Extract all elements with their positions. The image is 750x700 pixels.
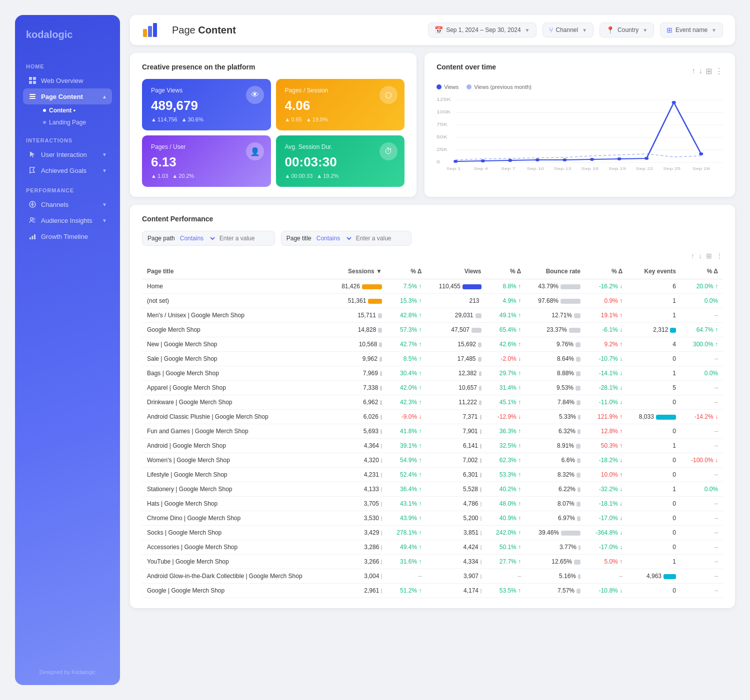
table-row[interactable]: Women's | Google Merch Shop4,32054.9% ↑7… xyxy=(142,453,723,468)
metric-sub-pct: ▲ 19.0% xyxy=(306,116,328,122)
export-icon[interactable]: ⊞ xyxy=(706,252,712,260)
page-path-filter[interactable]: Page path Contains Equals Starts with xyxy=(142,231,275,246)
svg-point-8 xyxy=(30,218,33,220)
table-cell: Android Classic Plushie | Google Merch S… xyxy=(142,410,330,424)
table-cell: 6.97% xyxy=(526,511,586,526)
export-icon[interactable]: ⊞ xyxy=(706,66,712,76)
table-cell: 53.5% ↑ xyxy=(486,584,526,598)
table-row[interactable]: Accessories | Google Merch Shop3,28649.4… xyxy=(142,540,723,555)
table-cell: 12.8% ↑ xyxy=(586,424,628,439)
table-cell: 42.7% ↑ xyxy=(387,337,427,352)
col-key-events[interactable]: Key events xyxy=(628,264,681,279)
table-cell: 8.32% xyxy=(526,468,586,482)
table-row[interactable]: Home81,4267.5% ↑110,4558.8% ↑43.79%-16.2… xyxy=(142,279,723,294)
table-row[interactable]: Android Classic Plushie | Google Merch S… xyxy=(142,410,723,424)
cursor-icon xyxy=(28,150,37,159)
table-cell: 242.0% ↑ xyxy=(486,526,526,540)
table-row[interactable]: Socks | Google Merch Shop3,429278.1% ↑3,… xyxy=(142,526,723,540)
date-filter[interactable]: 📅 Sep 1, 2024 – Sep 30, 2024 ▼ xyxy=(428,22,536,37)
arrow-up-icon[interactable]: ↑ xyxy=(692,66,696,76)
sidebar-item-page-content[interactable]: Page Content ▲ xyxy=(23,88,112,104)
table-row[interactable]: Stationery | Google Merch Shop4,13336.4%… xyxy=(142,482,723,497)
table-row[interactable]: Hats | Google Merch Shop3,70543.1% ↑4,78… xyxy=(142,497,723,511)
table-row[interactable]: Sale | Google Merch Shop9,9628.5% ↑17,48… xyxy=(142,352,723,366)
table-cell: 7,338 xyxy=(330,381,386,395)
table-row[interactable]: Google | Google Merch Shop2,96151.2% ↑4,… xyxy=(142,584,723,598)
col-key-delta[interactable]: % Δ xyxy=(681,264,723,279)
table-cell: Google Merch Shop xyxy=(142,323,330,337)
event-filter[interactable]: ⊞ Event name ▼ xyxy=(660,22,723,37)
table-cell: 8.07% xyxy=(526,497,586,511)
table-cell: 0 xyxy=(628,424,681,439)
table-cell: -364.8% ↓ xyxy=(586,526,628,540)
table-cell: 300.0% ↑ xyxy=(681,337,723,352)
page-path-input[interactable] xyxy=(220,235,270,242)
table-cell: 19.1% ↑ xyxy=(586,308,628,323)
chevron-down-icon: ▼ xyxy=(642,27,648,33)
table-row[interactable]: Bags | Google Merch Shop7,96930.4% ↑12,3… xyxy=(142,366,723,381)
chart-actions[interactable]: ↑ ↓ ⊞ ⋮ xyxy=(692,66,723,76)
svg-text:75K: 75K xyxy=(436,122,448,127)
table-cell: 42.6% ↑ xyxy=(486,337,526,352)
sort-asc-icon[interactable]: ↑ xyxy=(691,252,694,260)
col-page-title[interactable]: Page title xyxy=(142,264,330,279)
page-path-condition-select[interactable]: Contains Equals Starts with xyxy=(178,234,216,242)
table-cell: 42.8% ↑ xyxy=(387,308,427,323)
table-cell: YouTube | Google Merch Shop xyxy=(142,555,330,569)
col-bounce[interactable]: Bounce rate xyxy=(526,264,586,279)
arrow-down-icon[interactable]: ↓ xyxy=(698,66,702,76)
sidebar-item-web-overview[interactable]: Web Overview xyxy=(23,72,112,88)
table-cell: – xyxy=(586,569,628,584)
sidebar-item-growth-timeline[interactable]: Growth Timeline xyxy=(23,228,112,244)
svg-point-36 xyxy=(672,101,676,104)
sidebar-item-user-interaction[interactable]: User Interaction ▼ xyxy=(23,146,112,162)
channel-filter[interactable]: ⑂ Channel ▼ xyxy=(542,22,594,37)
table-cell: -6.1% ↓ xyxy=(586,323,628,337)
more-icon[interactable]: ⋮ xyxy=(716,252,723,260)
col-bounce-delta[interactable]: % Δ xyxy=(586,264,628,279)
table-cell: 9,962 xyxy=(330,352,386,366)
table-row[interactable]: Fun and Games | Google Merch Shop5,69341… xyxy=(142,424,723,439)
table-row[interactable]: Chrome Dino | Google Merch Shop3,53043.9… xyxy=(142,511,723,526)
sort-desc-icon[interactable]: ↓ xyxy=(698,252,702,260)
table-cell: 6,962 xyxy=(330,395,386,410)
table-row[interactable]: New | Google Merch Shop10,56842.7% ↑15,6… xyxy=(142,337,723,352)
table-row[interactable]: Android | Google Merch Shop4,36439.1% ↑6… xyxy=(142,439,723,453)
sidebar-sub-landing-page[interactable]: Landing Page xyxy=(39,116,112,128)
sidebar-item-achieved-goals[interactable]: Achieved Goals ▼ xyxy=(23,162,112,178)
sidebar-item-channels[interactable]: Channels ▼ xyxy=(23,196,112,212)
sidebar-section-performance: Performance xyxy=(26,187,112,193)
more-icon[interactable]: ⋮ xyxy=(715,66,723,76)
table-cell: 3,705 xyxy=(330,497,386,511)
table-row[interactable]: YouTube | Google Merch Shop3,26631.6% ↑4… xyxy=(142,555,723,569)
table-row[interactable]: Lifestyle | Google Merch Shop4,23152.4% … xyxy=(142,468,723,482)
page-title-input[interactable] xyxy=(356,235,406,242)
table-row[interactable]: Apparel | Google Merch Shop7,33842.0% ↑1… xyxy=(142,381,723,395)
table-cell: 11,222 xyxy=(426,395,486,410)
table-row[interactable]: Men's / Unisex | Google Merch Shop15,711… xyxy=(142,308,723,323)
page-title-filter[interactable]: Page title Contains Equals Starts with xyxy=(281,231,412,246)
page-title-condition-select[interactable]: Contains Equals Starts with xyxy=(314,234,353,242)
table-row[interactable]: (not set)51,36115.3% ↑2134.9% ↑97.68%0.9… xyxy=(142,294,723,308)
country-filter[interactable]: 📍 Country ▼ xyxy=(600,22,654,37)
col-sessions[interactable]: Sessions ▼ xyxy=(330,264,386,279)
col-views-delta[interactable]: % Δ xyxy=(486,264,526,279)
table-row[interactable]: Google Merch Shop14,82857.3% ↑47,50765.4… xyxy=(142,323,723,337)
sidebar-sub-content[interactable]: Content • xyxy=(39,104,112,116)
table-row[interactable]: Drinkware | Google Merch Shop6,96242.3% … xyxy=(142,395,723,410)
metric-tile-avg-session: ⏱ Avg. Session Dur. 00:03:30 ▲ 00:00:33 … xyxy=(276,135,405,187)
chevron-down-icon: ▼ xyxy=(102,152,107,157)
table-row[interactable]: Android Glow-in-the-Dark Collectible | G… xyxy=(142,569,723,584)
metric-sub-count: ▲ 00:00:33 xyxy=(285,173,313,179)
legend-dot-prev xyxy=(466,84,472,89)
sidebar-item-audience-insights[interactable]: Audience Insights ▼ xyxy=(23,212,112,228)
table-cell: -10.8% ↓ xyxy=(586,584,628,598)
svg-point-35 xyxy=(644,157,648,160)
table-cell: 0 xyxy=(628,395,681,410)
table-cell: 8.91% xyxy=(526,439,586,453)
svg-rect-2 xyxy=(29,81,32,84)
col-views[interactable]: Views xyxy=(426,264,486,279)
col-sessions-delta[interactable]: % Δ xyxy=(387,264,427,279)
table-cell: 6.22% xyxy=(526,482,586,497)
table-cell: 27.7% ↑ xyxy=(486,555,526,569)
